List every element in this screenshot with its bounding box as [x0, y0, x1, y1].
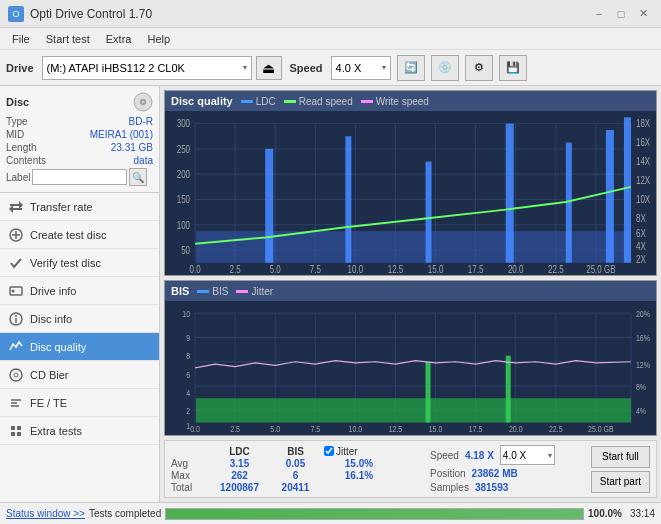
chart1-header: Disc quality LDC Read speed Write speed	[165, 91, 656, 111]
contents-label: Contents	[6, 155, 46, 166]
menubar: File Start test Extra Help	[0, 28, 661, 50]
burn-button[interactable]: 💿	[431, 55, 459, 81]
jitter-checkbox-area[interactable]: Jitter	[324, 446, 394, 457]
svg-rect-45	[345, 136, 351, 262]
svg-rect-20	[11, 426, 15, 430]
speed-select[interactable]: 4.0 X ▾	[500, 445, 555, 465]
chart1-svg: 300 250 200 150 100 50 18X 16X 14X 12X 1…	[165, 111, 656, 275]
jitter-legend-label: Jitter	[251, 286, 273, 297]
svg-text:2X: 2X	[636, 254, 646, 265]
svg-rect-21	[17, 426, 21, 430]
progress-fill	[166, 509, 583, 519]
disc-panel-title: Disc	[6, 96, 29, 108]
start-full-button[interactable]: Start full	[591, 446, 650, 468]
sidebar-item-extra-tests[interactable]: Extra tests	[0, 417, 159, 445]
svg-text:25.0 GB: 25.0 GB	[588, 425, 614, 435]
svg-marker-4	[19, 201, 23, 209]
drive-selector[interactable]: (M:) ATAPI iHBS112 2 CL0K ▾	[42, 56, 252, 80]
speed-selector[interactable]: 4.0 X ▾	[331, 56, 391, 80]
bis-color	[197, 290, 209, 293]
writespeed-legend-label: Write speed	[376, 96, 429, 107]
stats-avg-row: Avg 3.15 0.05 15.0%	[171, 458, 394, 469]
svg-text:2.5: 2.5	[230, 264, 241, 275]
minimize-button[interactable]: −	[589, 6, 609, 22]
svg-text:12X: 12X	[636, 175, 650, 186]
svg-text:10.0: 10.0	[349, 425, 363, 435]
sidebar-item-fe-te[interactable]: FE / TE	[0, 389, 159, 417]
chart2-bis-legend: BIS	[197, 286, 228, 297]
sidebar-item-drive-info[interactable]: Drive info	[0, 277, 159, 305]
svg-rect-44	[265, 149, 273, 263]
chart2-body: 10 9 8 6 4 2 1 20% 16% 12% 8% 4% 0.0 2.5	[165, 301, 656, 435]
close-button[interactable]: ✕	[633, 6, 653, 22]
ldc-legend-label: LDC	[256, 96, 276, 107]
sidebar-item-cd-bier[interactable]: CD Bier	[0, 361, 159, 389]
disc-contents-row: Contents data	[6, 155, 153, 166]
status-text: Tests completed	[89, 508, 161, 519]
menu-start-test[interactable]: Start test	[38, 31, 98, 47]
svg-text:50: 50	[181, 245, 190, 256]
status-window-button[interactable]: Status window >>	[6, 508, 85, 519]
label-input[interactable]	[32, 169, 127, 185]
sidebar-item-disc-quality[interactable]: Disc quality	[0, 333, 159, 361]
svg-text:16X: 16X	[636, 138, 650, 149]
settings-button[interactable]: ⚙	[465, 55, 493, 81]
svg-text:0.0: 0.0	[190, 425, 200, 435]
svg-text:17.5: 17.5	[468, 264, 484, 275]
svg-text:4: 4	[186, 388, 190, 398]
bis-jitter-chart: BIS BIS Jitter	[164, 280, 657, 436]
window-controls: − □ ✕	[589, 6, 653, 22]
chart1-readspeed-legend: Read speed	[284, 96, 353, 107]
svg-text:10: 10	[182, 310, 190, 320]
sidebar-item-disc-info[interactable]: Disc info	[0, 305, 159, 333]
svg-text:9: 9	[186, 334, 190, 344]
samples-row: Samples 381593	[430, 482, 555, 493]
svg-rect-50	[624, 117, 631, 262]
maximize-button[interactable]: □	[611, 6, 631, 22]
sidebar: Disc Type BD-R MID MEIRA1 (001) Length 2…	[0, 86, 160, 502]
svg-text:2.5: 2.5	[230, 425, 240, 435]
svg-text:7.5: 7.5	[310, 425, 320, 435]
eject-button[interactable]: ⏏	[256, 56, 282, 80]
start-buttons: Start full Start part	[591, 446, 650, 493]
create-test-label: Create test disc	[30, 229, 106, 241]
svg-text:25.0 GB: 25.0 GB	[586, 264, 615, 275]
mid-label: MID	[6, 129, 24, 140]
svg-text:8%: 8%	[636, 382, 646, 392]
bis-col-header: BIS	[273, 446, 318, 457]
readspeed-color	[284, 100, 296, 103]
refresh-button[interactable]: 🔄	[397, 55, 425, 81]
chart1-body: 300 250 200 150 100 50 18X 16X 14X 12X 1…	[165, 111, 656, 275]
sidebar-item-create-test-disc[interactable]: Create test disc	[0, 221, 159, 249]
menu-file[interactable]: File	[4, 31, 38, 47]
svg-text:16%: 16%	[636, 334, 650, 344]
start-part-button[interactable]: Start part	[591, 471, 650, 493]
extra-tests-label: Extra tests	[30, 425, 82, 437]
speed-select-arrow: ▾	[548, 451, 552, 460]
svg-rect-43	[196, 231, 631, 263]
type-label: Type	[6, 116, 28, 127]
stats-max-row: Max 262 6 16.1%	[171, 470, 394, 481]
menu-help[interactable]: Help	[139, 31, 178, 47]
svg-text:300: 300	[177, 119, 190, 130]
chart2-title: BIS	[171, 285, 189, 297]
sidebar-item-transfer-rate[interactable]: Transfer rate	[0, 193, 159, 221]
chart2-header: BIS BIS Jitter	[165, 281, 656, 301]
contents-value: data	[134, 155, 153, 166]
disc-panel: Disc Type BD-R MID MEIRA1 (001) Length 2…	[0, 86, 159, 193]
max-bis: 6	[273, 470, 318, 481]
svg-text:20.0: 20.0	[508, 264, 524, 275]
position-value: 23862 MB	[472, 468, 518, 479]
transfer-rate-label: Transfer rate	[30, 201, 93, 213]
svg-text:22.5: 22.5	[548, 264, 564, 275]
sidebar-item-verify-test-disc[interactable]: Verify test disc	[0, 249, 159, 277]
chart2-jitter-legend: Jitter	[236, 286, 273, 297]
label-button[interactable]: 🔍	[129, 168, 147, 186]
save-button[interactable]: 💾	[499, 55, 527, 81]
stats-header-row: LDC BIS Jitter	[171, 446, 394, 457]
jitter-checkbox[interactable]	[324, 446, 334, 456]
verify-test-label: Verify test disc	[30, 257, 101, 269]
disc-quality-chart: Disc quality LDC Read speed Write speed	[164, 90, 657, 276]
svg-text:14X: 14X	[636, 156, 650, 167]
menu-extra[interactable]: Extra	[98, 31, 140, 47]
